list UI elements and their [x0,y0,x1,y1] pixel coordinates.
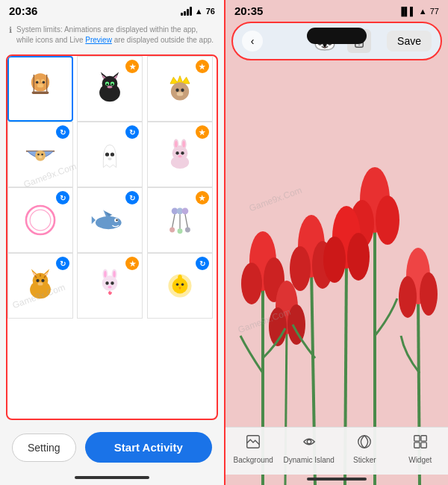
svg-point-33 [37,154,40,156]
svg-point-46 [181,151,184,154]
svg-point-88 [181,284,183,286]
svg-point-23 [171,82,189,100]
left-status-bar: 20:36 ▲ 76 [0,0,224,20]
svg-rect-123 [421,436,426,441]
grid-cell-9[interactable]: ★ [147,187,213,253]
nav-item-dynamic-island[interactable]: Dynamic Island [281,434,337,464]
grid-cell-5[interactable]: ↻ [77,122,143,187]
battery-indicator: 76 [206,7,215,16]
grid-cell-2[interactable]: ★ [77,56,143,122]
ghost-icon [90,135,129,174]
shark-icon [90,201,129,240]
badge-blue-6: ↻ [196,257,209,270]
back-button[interactable]: ‹ [242,31,263,51]
signal-icon [181,7,192,16]
left-status-icons: ▲ 76 [181,7,215,16]
save-button[interactable]: Save [387,31,432,51]
svg-point-54 [116,219,119,222]
bunny-sit-icon [161,135,199,174]
sticker-grid-container: ★ ★ [6,54,218,420]
svg-point-43 [175,141,177,148]
svg-point-12 [102,76,118,92]
hammock-icon [21,135,60,174]
svg-point-75 [41,279,44,282]
nav-item-widget[interactable]: Widget [393,434,449,464]
badge-blue-5: ↻ [56,257,69,270]
grid-cell-7[interactable]: ↻ [7,187,73,253]
grid-cell-12[interactable]: ↻ [147,253,213,319]
svg-point-62 [169,228,175,233]
svg-point-87 [175,284,178,286]
bottom-navigation: Background Dynamic Island [225,427,448,475]
svg-rect-122 [414,436,420,441]
badge-blue: ↻ [56,125,69,139]
widget-nav-icon [412,434,429,454]
badge-orange: ★ [125,60,139,73]
svg-rect-125 [421,442,426,448]
badge-orange-3: ★ [196,125,209,139]
wifi-icon: ▲ [195,7,203,16]
notice-text: System limits: Animations are displayed … [16,25,215,46]
right-signal-icon: ▐▌▌ [398,7,415,16]
info-icon: ℹ [9,25,12,35]
preview-link[interactable]: Preview [85,36,112,44]
left-panel: 20:36 ▲ 76 ℹ System limits: Animations a… [0,0,224,485]
grid-cell-10[interactable]: ↻ [7,253,73,319]
bunny-hug-icon [90,266,129,305]
right-overlay: 20:35 ▐▌▌ ▲ 77 ‹ 🐼 Save [225,0,448,485]
svg-point-120 [307,439,311,444]
black-cat-icon [90,69,129,108]
svg-point-28 [176,92,183,96]
right-battery-icon: 77 [430,7,439,16]
widget-nav-label: Widget [408,456,432,464]
badge-blue-3: ↻ [56,191,69,204]
chick-orb-icon [161,266,199,305]
dynamic-island-nav-label: Dynamic Island [284,456,335,464]
home-indicator [75,476,149,479]
bear-crown-icon [161,69,199,108]
right-status-bar: 20:35 ▐▌▌ ▲ 77 [225,0,448,20]
svg-point-5 [36,81,38,84]
svg-point-38 [108,157,112,160]
grid-cell-8[interactable]: ↻ [77,187,143,253]
background-nav-icon [245,434,261,454]
sticker-nav-label: Sticker [353,456,376,464]
badge-orange-4: ★ [196,191,209,204]
svg-point-74 [36,279,39,282]
right-panel: 20:35 ▐▌▌ ▲ 77 ‹ 🐼 Save [224,0,448,485]
bottom-bar: Setting Start Activity [0,423,224,472]
grid-cell-3[interactable]: ★ [147,56,213,122]
svg-point-81 [113,271,116,278]
svg-point-84 [108,286,112,288]
nav-item-sticker[interactable]: Sticker [337,434,393,464]
background-nav-label: Background [234,456,273,464]
right-status-icons: ▐▌▌ ▲ 77 [398,7,439,16]
pink-circle-icon [21,201,60,240]
badge-blue-2: ↻ [125,125,139,139]
svg-point-6 [43,81,45,84]
grid-cell-4[interactable]: ↻ [7,122,73,187]
svg-point-44 [182,141,184,148]
start-activity-button[interactable]: Start Activity [85,432,212,463]
svg-point-21 [108,86,113,88]
svg-point-7 [37,84,44,87]
svg-point-27 [181,89,184,92]
dangles-icon [161,201,199,240]
svg-rect-124 [414,442,420,448]
sticker-grid: ★ ★ [7,56,217,319]
svg-point-26 [175,89,178,92]
grid-cell-6[interactable]: ★ [147,122,213,187]
nav-item-background[interactable]: Background [225,434,281,464]
svg-point-76 [38,282,43,285]
tiger-cat-icon [21,266,60,305]
badge-blue-4: ↻ [125,191,139,204]
setting-button[interactable]: Setting [12,434,76,462]
grid-cell-1[interactable] [7,56,73,122]
svg-point-64 [185,228,190,233]
svg-point-58 [181,208,188,215]
grid-cell-11[interactable]: ★ [77,253,143,319]
svg-point-49 [30,210,51,231]
svg-point-121 [358,436,371,448]
svg-point-19 [107,84,109,86]
left-time: 20:36 [9,4,37,17]
